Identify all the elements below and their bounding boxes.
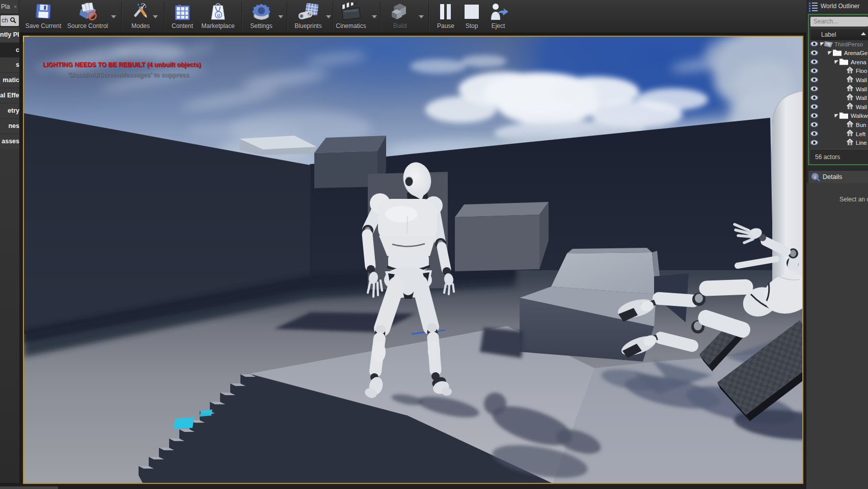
svg-text:ArenaGe: ArenaGe <box>844 50 867 56</box>
svg-text:u: u <box>217 12 220 18</box>
svg-text:Wall: Wall <box>856 77 867 83</box>
svg-text:Wall: Wall <box>856 95 867 101</box>
svg-text:Line: Line <box>856 140 867 146</box>
svg-text:Wall: Wall <box>856 86 867 92</box>
svg-text:Arena: Arena <box>851 59 866 65</box>
svg-text:Bun: Bun <box>856 122 866 128</box>
svg-text:ThirdPerso: ThirdPerso <box>834 41 863 47</box>
svg-text:Floo: Floo <box>856 68 867 74</box>
svg-text:Left: Left <box>856 131 866 137</box>
svg-text:Walkw: Walkw <box>851 113 868 119</box>
svg-text:Wall: Wall <box>856 104 867 110</box>
